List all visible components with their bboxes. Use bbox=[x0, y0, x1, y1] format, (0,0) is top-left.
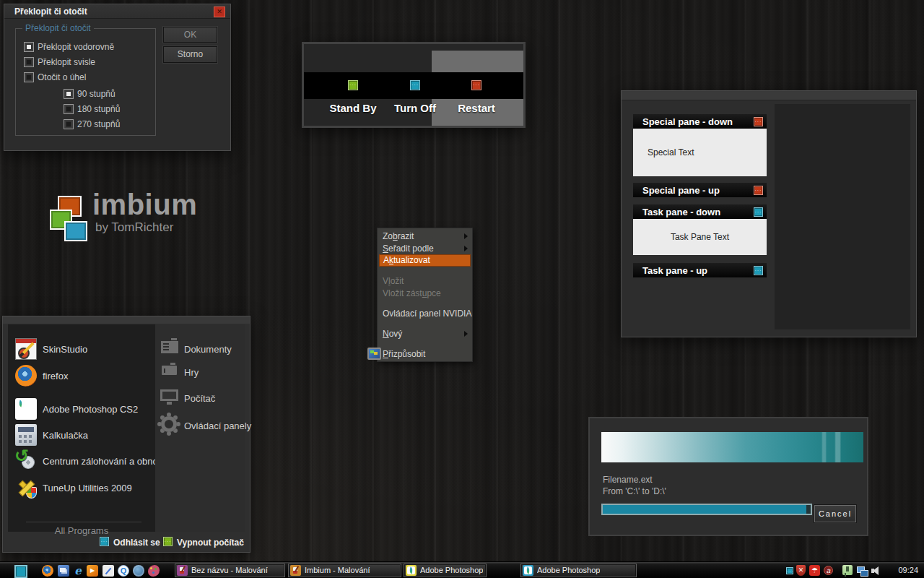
pane-window-titlebar[interactable] bbox=[622, 91, 916, 100]
radio-90-deg[interactable] bbox=[64, 89, 74, 99]
turn-off-button[interactable]: Turn Off bbox=[394, 102, 436, 114]
cancel-button[interactable]: Cancel bbox=[814, 505, 856, 522]
radio-180-deg[interactable] bbox=[64, 104, 74, 114]
menu-item-vlozit-zastupce[interactable]: Vložit zástupce bbox=[379, 288, 471, 300]
radio-flip-horizontal[interactable] bbox=[24, 42, 34, 52]
start-menu-places-column: Dokumenty Hry Počítač Ovládací panely bbox=[155, 324, 245, 532]
quicklaunch-kmplayer-icon[interactable] bbox=[133, 565, 144, 577]
task-pane-up: Task pane - up bbox=[633, 263, 767, 277]
file-copy-dialog: Filename.ext From 'C:\' to 'D:\' Cancel bbox=[588, 417, 868, 536]
quicklaunch-media-player-icon[interactable]: ▶ bbox=[87, 565, 98, 577]
skinstudio-icon bbox=[15, 338, 37, 360]
copy-filename: Filename.ext bbox=[603, 475, 653, 485]
special-pane-up-header[interactable]: Special pane - up bbox=[633, 183, 767, 197]
place-label: Ovládací panely bbox=[184, 420, 251, 431]
taskbar-clock[interactable]: 09:24 bbox=[898, 566, 918, 574]
radio-flip-vertical[interactable] bbox=[24, 57, 34, 67]
start-item-ovladaci-panely[interactable]: Ovládací panely bbox=[155, 414, 245, 437]
desktop[interactable]: { "colors": { "teal": "#1d9cb8", "green"… bbox=[0, 0, 924, 578]
log-off-button[interactable]: Odhlásit se bbox=[113, 538, 160, 548]
pane-title: Task pane - up bbox=[642, 265, 707, 276]
menu-item-novy[interactable]: Nový bbox=[379, 328, 471, 340]
pane-toggle-icon[interactable] bbox=[754, 207, 763, 217]
quicklaunch-image-viewer-icon[interactable] bbox=[103, 565, 114, 577]
computer-icon bbox=[160, 389, 178, 401]
avira-a-icon[interactable]: a bbox=[824, 566, 833, 575]
ok-button[interactable]: OK bbox=[163, 27, 217, 43]
radio-270-deg[interactable] bbox=[64, 119, 74, 129]
turn-off-icon[interactable] bbox=[410, 80, 420, 90]
cancel-button[interactable]: Storno bbox=[163, 46, 217, 63]
taskbar-button-label: Imbium - Malování bbox=[305, 566, 370, 574]
start-item-hry[interactable]: Hry bbox=[155, 361, 245, 384]
tray-collapse-icon[interactable] bbox=[786, 567, 793, 574]
restart-icon[interactable] bbox=[471, 80, 481, 90]
flip-dialog-titlebar[interactable]: Překlopit či otočit ✕ bbox=[4, 4, 230, 19]
pane-toggle-icon[interactable] bbox=[754, 266, 763, 275]
copy-progress-bar bbox=[601, 504, 812, 515]
quicklaunch-show-desktop-icon[interactable] bbox=[58, 565, 69, 577]
shutdown-dialog: Stand By Turn Off Restart bbox=[302, 42, 526, 128]
option-label: Otočit o úhel bbox=[38, 72, 86, 82]
start-item-photoshop-cs2[interactable]: Adobe Photoshop CS2 bbox=[8, 396, 155, 422]
start-item-pocitac[interactable]: Počítač bbox=[155, 387, 245, 410]
power-plug-icon[interactable] bbox=[842, 565, 853, 575]
special-pane-down: Special pane - down Special Text bbox=[633, 114, 767, 176]
task-pane-down: Task pane - down Task Pane Text bbox=[633, 204, 767, 255]
stand-by-icon[interactable] bbox=[348, 80, 358, 90]
photoshop-icon bbox=[406, 565, 417, 576]
pane-toggle-icon[interactable] bbox=[754, 186, 763, 195]
radio-rotate-angle[interactable] bbox=[24, 72, 34, 82]
logo-title: imbium bbox=[92, 189, 197, 221]
option-label: 90 stupňů bbox=[77, 89, 116, 99]
close-icon[interactable]: ✕ bbox=[214, 7, 225, 17]
security-alert-shield-icon[interactable]: ✕ bbox=[796, 565, 806, 576]
taskbar-button-photoshop-1[interactable]: Adobe Photoshop bbox=[404, 564, 487, 577]
menu-item-aktualizovat[interactable]: Aktualizovat bbox=[379, 254, 471, 267]
start-item-skinstudio[interactable]: SkinStudio bbox=[8, 336, 155, 362]
shut-down-button[interactable]: Vypnout počítač bbox=[177, 538, 244, 548]
control-panel-gear-icon bbox=[161, 416, 177, 432]
volume-icon[interactable] bbox=[871, 565, 881, 576]
quicklaunch-quicktime-icon[interactable]: Q bbox=[118, 565, 129, 577]
menu-item-nvidia-control-panel[interactable]: Ovládací panel NVIDIA bbox=[379, 308, 471, 320]
log-off-icon[interactable] bbox=[100, 537, 109, 546]
logo-blue-square bbox=[64, 221, 87, 241]
start-item-kalkulacka[interactable]: Kalkulačka bbox=[8, 422, 155, 448]
start-item-label: Adobe Photoshop CS2 bbox=[43, 404, 138, 415]
shut-down-icon[interactable] bbox=[163, 537, 173, 546]
taskbar-button-paint-1[interactable]: Bez názvu - Malování bbox=[175, 564, 285, 577]
pane-title: Special pane - up bbox=[642, 185, 720, 196]
taskbar-button-paint-2[interactable]: Imbium - Malování bbox=[288, 564, 401, 577]
menu-item-vlozit[interactable]: Vložit bbox=[379, 275, 471, 288]
task-pane-up-header[interactable]: Task pane - up bbox=[633, 263, 767, 277]
backup-restore-icon bbox=[15, 450, 37, 472]
stand-by-button[interactable]: Stand By bbox=[329, 102, 376, 114]
tuneup-icon bbox=[15, 477, 37, 499]
paint-icon bbox=[177, 565, 188, 576]
menu-item-seradit-podle[interactable]: Seřadit podle bbox=[379, 243, 471, 255]
copy-route: From 'C:\' to 'D:\' bbox=[603, 486, 666, 496]
quicklaunch-paint-palette-icon[interactable] bbox=[148, 565, 160, 577]
antivirus-umbrella-icon[interactable]: ☂ bbox=[809, 565, 820, 576]
option-label: 180 stupňů bbox=[77, 104, 120, 114]
start-button[interactable] bbox=[14, 565, 27, 578]
quicklaunch-firefox-icon[interactable] bbox=[42, 565, 53, 577]
start-menu-bottom-bar: Odhlásit se Vypnout počítač bbox=[3, 532, 248, 551]
submenu-arrow-icon bbox=[464, 246, 468, 251]
special-pane-down-header[interactable]: Special pane - down bbox=[633, 114, 767, 129]
restart-button[interactable]: Restart bbox=[458, 102, 495, 114]
start-item-firefox[interactable]: firefox bbox=[8, 363, 155, 389]
start-item-tuneup-utilities[interactable]: TuneUp Utilities 2009 bbox=[8, 475, 155, 501]
menu-item-prizpusobit[interactable]: Přizpůsobit bbox=[379, 348, 471, 361]
taskbar-button-label: Bez názvu - Malování bbox=[191, 566, 268, 574]
network-icon[interactable] bbox=[857, 565, 868, 576]
quicklaunch-internet-explorer-icon[interactable]: e bbox=[72, 565, 84, 577]
menu-item-zobrazit[interactable]: Zobrazit bbox=[379, 230, 471, 243]
taskbar-button-photoshop-2[interactable]: Adobe Photoshop bbox=[520, 564, 637, 577]
start-item-backup-center[interactable]: Centrum zálohování a obnovení bbox=[8, 448, 155, 474]
pane-toggle-icon[interactable] bbox=[754, 117, 763, 126]
task-pane-down-header[interactable]: Task pane - down bbox=[633, 204, 767, 219]
desktop-context-menu: Zobrazit Seřadit podle Aktualizovat Vlož… bbox=[377, 228, 473, 362]
start-item-dokumenty[interactable]: Dokumenty bbox=[155, 337, 245, 361]
